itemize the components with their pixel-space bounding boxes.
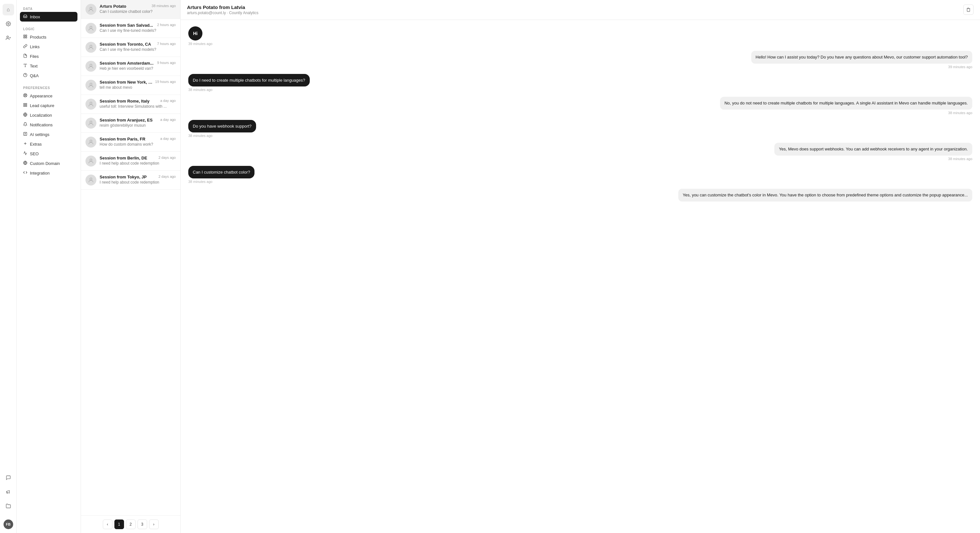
- conv-time: a day ago: [160, 118, 176, 121]
- message-row: Yes, Mevo does support webhooks. You can…: [188, 143, 972, 156]
- sidebar-item-text[interactable]: Text: [20, 61, 78, 71]
- sidebar-item-seo[interactable]: SEO: [20, 149, 78, 158]
- user-avatar[interactable]: FB: [3, 520, 13, 529]
- conv-name: Session from Paris, FR: [100, 137, 145, 142]
- chat-contact-name: Arturs Potato from Latvia: [187, 5, 258, 10]
- message-row: Can I customize chatbot color?: [188, 166, 972, 179]
- chat-messages: Hi39 minutes agoHello! How can I assist …: [181, 20, 980, 533]
- svg-point-1: [7, 36, 8, 38]
- pagination-page-1[interactable]: 1: [115, 520, 124, 529]
- svg-rect-20: [26, 104, 27, 105]
- message-group: Yes, you can customize the chatbot's col…: [188, 189, 972, 201]
- message-group: Yes, Mevo does support webhooks. You can…: [188, 143, 972, 161]
- message-row: Yes, you can customize the chatbot's col…: [188, 189, 972, 201]
- sidebar-item-lead-capture-label: Lead capture: [30, 103, 54, 108]
- chat-header-info: Arturs Potato from Latvia arturs.potato@…: [187, 5, 258, 15]
- chat-header: Arturs Potato from Latvia arturs.potato@…: [181, 0, 980, 20]
- file-icon: [23, 54, 27, 59]
- svg-point-13: [24, 94, 26, 96]
- conversation-item[interactable]: Session from Amsterdam... 9 hours ago He…: [81, 57, 180, 76]
- sidebar-item-notifications[interactable]: Notifications: [20, 120, 78, 129]
- conv-avatar: [86, 175, 96, 185]
- sidebar-item-extras[interactable]: Extras: [20, 139, 78, 149]
- sidebar-item-links-label: Links: [30, 45, 40, 49]
- sidebar-item-integration[interactable]: Integration: [20, 168, 78, 178]
- conv-preview: Can I use my fine-tuned models?: [100, 47, 176, 52]
- settings-icon[interactable]: [3, 18, 14, 30]
- conv-preview: How do custom domains work?: [100, 142, 176, 147]
- sidebar-item-files-label: Files: [30, 54, 38, 59]
- conv-name: Session from Berlin, DE: [100, 156, 147, 160]
- svg-point-30: [90, 7, 92, 9]
- conv-name: Session from Tokyo, JP: [100, 175, 146, 179]
- conv-content: Session from Berlin, DE 2 days ago I nee…: [100, 156, 176, 166]
- widget-icon: [23, 34, 27, 40]
- sidebar-item-seo-label: SEO: [30, 152, 38, 156]
- conv-name: Session from New York, US: [100, 80, 153, 85]
- svg-line-17: [26, 94, 26, 95]
- sidebar-item-inbox-label: Inbox: [30, 14, 40, 19]
- chat-icon[interactable]: [3, 472, 14, 484]
- sidebar-item-products[interactable]: Products: [20, 32, 78, 42]
- conversation-item[interactable]: Arturs Potato 38 minutes ago Can I custo…: [81, 0, 180, 19]
- message-group: Do you have webhook support?38 minutes a…: [188, 120, 972, 138]
- conv-avatar: [86, 118, 96, 129]
- conv-time: 38 minutes ago: [152, 4, 176, 8]
- conv-avatar: [86, 156, 96, 166]
- pagination-page-3[interactable]: 3: [137, 520, 147, 529]
- conv-name: Session from Toronto, CA: [100, 42, 151, 46]
- message-row: No, you do not need to create multiple c…: [188, 97, 972, 110]
- conv-preview: useful toll: Interview Simulations with …: [100, 104, 176, 109]
- conv-name: Arturs Potato: [100, 4, 126, 9]
- conv-preview: I need help about code redemption: [100, 161, 176, 166]
- sidebar-item-lead-capture[interactable]: Lead capture: [20, 101, 78, 110]
- sidebar-item-extras-label: Extras: [30, 142, 42, 147]
- message-group: Do I need to create multiple chatbots fo…: [188, 74, 972, 92]
- user-plus-icon[interactable]: [3, 32, 14, 44]
- svg-rect-21: [26, 105, 27, 107]
- link-icon: [23, 44, 27, 49]
- conversation-item[interactable]: Session from Rome, Italy a day ago usefu…: [81, 95, 180, 114]
- message-time: 38 minutes ago: [188, 157, 972, 161]
- sidebar-item-custom-domain-label: Custom Domain: [30, 161, 60, 166]
- conversation-item[interactable]: Session from Paris, FR a day ago How do …: [81, 133, 180, 152]
- sidebar-item-ai-settings[interactable]: AI settings: [20, 129, 78, 139]
- pagination-next[interactable]: ›: [149, 520, 159, 529]
- svg-point-33: [90, 64, 92, 66]
- conversation-item[interactable]: Session from Aranjuez, ES a day ago resi…: [81, 114, 180, 133]
- conv-preview: Can I customize chatbot color?: [100, 9, 176, 14]
- conversation-item[interactable]: Session from Toronto, CA 7 hours ago Can…: [81, 38, 180, 57]
- delete-chat-button[interactable]: [963, 5, 974, 15]
- message-time: 39 minutes ago: [188, 65, 972, 69]
- conv-preview: Can I use my fine-tuned models?: [100, 28, 176, 33]
- appearance-icon: [23, 93, 27, 98]
- sidebar-item-files[interactable]: Files: [20, 51, 78, 61]
- chat-contact-sub: arturs.potato@count.ly · Countly Analyti…: [187, 11, 258, 15]
- pagination-page-2[interactable]: 2: [126, 520, 135, 529]
- sidebar-item-links[interactable]: Links: [20, 42, 78, 51]
- sidebar-item-qanda[interactable]: Q&A: [20, 71, 78, 80]
- pagination-prev[interactable]: ‹: [103, 520, 113, 529]
- sidebar-item-inbox[interactable]: Inbox: [20, 12, 78, 22]
- folder-icon[interactable]: [3, 500, 14, 512]
- code-icon: [23, 171, 27, 176]
- message-time: 38 minutes ago: [188, 134, 972, 137]
- conversation-item[interactable]: Session from Tokyo, JP 2 days ago I need…: [81, 171, 180, 190]
- chat-area: Arturs Potato from Latvia arturs.potato@…: [181, 0, 980, 533]
- conversation-item[interactable]: Session from San Salvad... 2 hours ago C…: [81, 19, 180, 38]
- conv-avatar: [86, 137, 96, 148]
- conversation-item[interactable]: Session from Berlin, DE 2 days ago I nee…: [81, 152, 180, 171]
- megaphone-icon[interactable]: [3, 486, 14, 498]
- conv-name: Session from Amsterdam...: [100, 61, 154, 65]
- message-bubble: Yes, Mevo does support webhooks. You can…: [774, 143, 972, 156]
- conversation-item[interactable]: Session from New York, US 19 hours ago t…: [81, 76, 180, 95]
- plus-icon: [23, 142, 27, 147]
- conv-avatar: [86, 23, 96, 34]
- sidebar-section-logic: LOGIC: [20, 26, 78, 32]
- sidebar-item-localization[interactable]: Localization: [20, 110, 78, 120]
- sidebar-item-ai-settings-label: AI settings: [30, 132, 49, 137]
- sidebar-item-appearance[interactable]: Appearance: [20, 91, 78, 101]
- sidebar-item-custom-domain[interactable]: Custom Domain: [20, 158, 78, 168]
- conv-content: Session from Paris, FR a day ago How do …: [100, 137, 176, 148]
- home-icon[interactable]: ⌂: [3, 4, 14, 16]
